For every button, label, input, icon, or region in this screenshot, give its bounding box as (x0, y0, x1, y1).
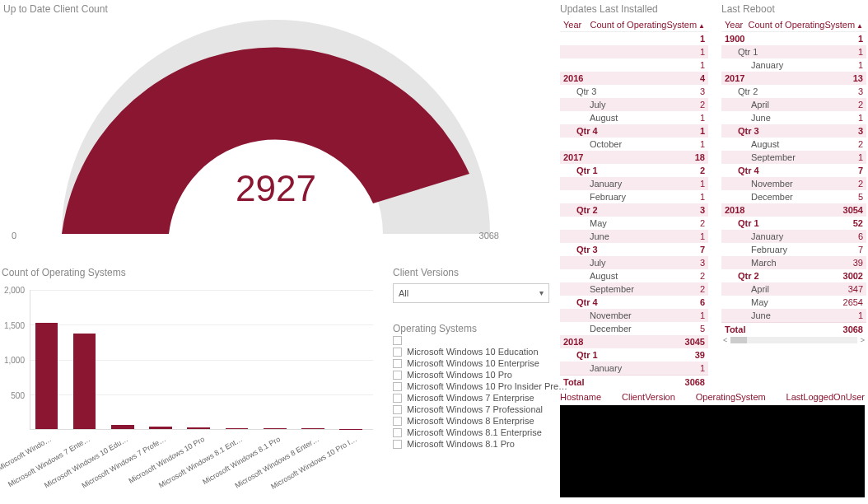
pivot-row[interactable]: Qtr 46 (560, 296, 708, 309)
os-option[interactable]: Microsoft Windows 10 Education (393, 347, 558, 357)
pivot-row[interactable]: September2 (560, 282, 708, 296)
pivot-row[interactable]: January1 (560, 362, 708, 375)
pivot-value: 5 (700, 323, 705, 334)
pivot-row[interactable]: November1 (560, 309, 708, 322)
pivot-row[interactable]: Qtr 33 (560, 85, 708, 98)
os-option[interactable]: Microsoft Windows 8.1 Pro (393, 439, 558, 449)
pivot-row[interactable]: December5 (721, 190, 866, 203)
pivot-row[interactable]: 201713 (721, 72, 866, 85)
pivot-row[interactable]: 20183045 (560, 335, 708, 348)
bar[interactable] (73, 334, 96, 429)
col-hostname[interactable]: Hostname (560, 392, 601, 402)
pivot-row[interactable]: Qtr 23 (721, 85, 866, 98)
pivot-value: 1 (700, 125, 705, 137)
pivot-label: Qtr 4 (563, 296, 598, 308)
bar[interactable] (149, 427, 172, 429)
scroll-left-icon[interactable]: < (723, 336, 727, 344)
col-year[interactable]: Year (725, 20, 743, 30)
pivot-row[interactable]: July2 (560, 98, 708, 111)
pivot-row[interactable]: January6 (721, 230, 866, 243)
pivot-value: 4 (700, 72, 705, 84)
pivot-row[interactable]: April2 (721, 98, 866, 111)
pivot-row[interactable]: Qtr 47 (721, 164, 866, 177)
pivot-label: January (725, 231, 783, 242)
reboot-title: Last Reboot (721, 3, 775, 15)
pivot-row[interactable]: August2 (560, 269, 708, 282)
pivot-row[interactable]: 20164 (560, 72, 708, 85)
pivot-row[interactable]: July3 (560, 256, 708, 269)
col-count[interactable]: Count of OperatingSystem▲ (748, 20, 863, 30)
pivot-row[interactable]: October1 (560, 138, 708, 151)
pivot-row[interactable]: December5 (560, 322, 708, 335)
col-operatingsystem[interactable]: OperatingSystem (696, 392, 766, 402)
pivot-row[interactable]: June1 (721, 309, 866, 322)
os-option[interactable]: Microsoft Windows 7 Enterprise (393, 393, 558, 403)
os-option[interactable]: Microsoft Windows 10 Pro (393, 370, 558, 380)
pivot-row[interactable]: March39 (721, 256, 866, 269)
h-scrollbar[interactable]: <> (721, 335, 866, 345)
col-clientversion[interactable]: ClientVersion (622, 392, 675, 402)
pivot-row[interactable]: 1 (560, 58, 708, 72)
pivot-row[interactable]: February1 (560, 190, 708, 203)
pivot-value: 347 (848, 283, 863, 295)
os-option[interactable]: Microsoft Windows 10 Pro Insider Pre… (393, 381, 558, 391)
pivot-row[interactable]: Qtr 41 (560, 124, 708, 138)
pivot-label: 2017 (725, 72, 744, 84)
col-lastlogged[interactable]: LastLoggedOnUser (786, 392, 865, 402)
bar[interactable] (35, 323, 58, 429)
pivot-row[interactable]: Qtr 152 (721, 217, 866, 230)
bar-ytick: 500 (11, 390, 25, 399)
pivot-row[interactable]: 1 (560, 45, 708, 58)
pivot-label: April (725, 283, 769, 295)
pivot-row[interactable]: January1 (721, 58, 866, 72)
pivot-row[interactable]: Qtr 11 (721, 45, 866, 58)
os-option[interactable]: Microsoft Windows 8 Enterprise (393, 416, 558, 426)
pivot-row[interactable]: Qtr 37 (560, 243, 708, 256)
pivot-row[interactable]: September1 (721, 151, 866, 164)
os-select-all[interactable] (393, 336, 558, 345)
updates-table[interactable]: YearCount of OperatingSystem▲11120164Qtr… (560, 18, 708, 388)
pivot-row[interactable]: Qtr 23 (560, 203, 708, 217)
pivot-row[interactable]: November2 (721, 177, 866, 190)
reboot-table[interactable]: YearCount of OperatingSystem▲19001Qtr 11… (721, 18, 866, 345)
col-count[interactable]: Count of OperatingSystem▲ (590, 20, 705, 30)
pivot-row[interactable]: June1 (721, 111, 866, 124)
bar[interactable] (301, 428, 324, 429)
pivot-row[interactable]: May2 (560, 217, 708, 230)
pivot-row[interactable]: January1 (560, 177, 708, 190)
scroll-right-icon[interactable]: > (861, 336, 865, 344)
detail-table[interactable]: Hostname ClientVersion OperatingSystem L… (560, 390, 865, 497)
pivot-row[interactable]: May2654 (721, 296, 866, 309)
pivot-row[interactable]: April347 (721, 282, 866, 296)
pivot-row[interactable]: June1 (560, 230, 708, 243)
pivot-row[interactable]: Qtr 23002 (721, 269, 866, 282)
col-year[interactable]: Year (563, 20, 581, 30)
bar[interactable] (187, 427, 210, 429)
bar-chart[interactable]: 2,0001,5001,000500 Microsoft Windo…Micro… (2, 290, 376, 455)
os-option[interactable]: Microsoft Windows 7 Professional (393, 404, 558, 414)
pivot-label: August (725, 138, 779, 150)
pivot-value: 3 (700, 204, 705, 216)
pivot-row[interactable]: February7 (721, 243, 866, 256)
client-versions-value: All (399, 284, 408, 302)
os-option[interactable]: Microsoft Windows 8.1 Enterprise (393, 427, 558, 437)
pivot-value: 39 (853, 257, 863, 268)
pivot-row[interactable]: Qtr 139 (560, 348, 708, 362)
bar[interactable] (226, 428, 249, 429)
pivot-row[interactable]: 201718 (560, 151, 708, 164)
pivot-row[interactable]: August2 (721, 138, 866, 151)
pivot-label: 2016 (563, 72, 583, 84)
bar[interactable] (264, 428, 287, 429)
pivot-row[interactable]: Qtr 33 (721, 124, 866, 138)
pivot-row[interactable]: 20183054 (721, 203, 866, 217)
pivot-row[interactable]: August1 (560, 111, 708, 124)
pivot-row[interactable]: 1 (560, 32, 708, 45)
gauge-chart[interactable]: 2927 0 3068 (0, 20, 552, 250)
pivot-row[interactable]: 19001 (721, 32, 866, 45)
pivot-label: 2017 (563, 152, 583, 163)
bar[interactable] (111, 425, 134, 429)
pivot-label: Qtr 1 (725, 46, 758, 58)
client-versions-dropdown[interactable]: All ▾ (393, 283, 549, 303)
os-option[interactable]: Microsoft Windows 10 Enterprise (393, 358, 558, 368)
pivot-row[interactable]: Qtr 12 (560, 164, 708, 177)
